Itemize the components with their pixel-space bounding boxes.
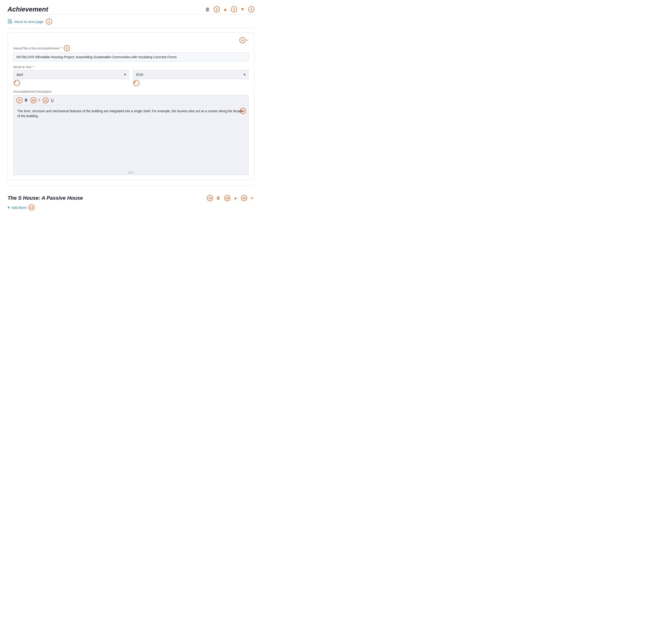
badge-second-up: 15 (224, 195, 230, 201)
header-divider (7, 15, 254, 15)
resize-lines (128, 172, 134, 173)
second-divider (7, 185, 254, 186)
underline-button[interactable]: U (50, 97, 55, 104)
move-to-next-page-label: Move to next page (15, 20, 43, 24)
description-text: The form, structure and mechanical featu… (17, 109, 243, 118)
add-more-label: Add More (12, 206, 27, 209)
month-col: January February March April May June Ju… (13, 70, 129, 86)
second-plus-button[interactable]: + (250, 194, 254, 202)
badge-second-delete: 14 (207, 195, 213, 201)
second-entry-title: The S House: A Passive House (7, 195, 83, 201)
second-entry-actions: 14 🗑 15 ▲ 16 + (206, 194, 254, 202)
section-header: Achievement 🗑 2 ▲ 3 ▼ 4 (7, 6, 254, 13)
bold-button[interactable]: B (23, 97, 29, 104)
move-up-button[interactable]: ▲ (222, 6, 228, 13)
chevron-down-icon: ▼ (241, 7, 245, 12)
editor-toolbar: 9 B 10 I 11 U (14, 95, 248, 106)
badge-italic: 10 (30, 97, 37, 104)
second-entry: The S House: A Passive House 14 🗑 15 ▲ 1… (7, 191, 254, 210)
year-select[interactable]: 2017 2018 2019 2020 2021 2022 2023 2024 (133, 70, 249, 79)
italic-button[interactable]: I (38, 97, 41, 104)
editor-resize-handle[interactable] (14, 171, 248, 175)
month-select-wrapper: January February March April May June Ju… (13, 70, 129, 79)
second-trash-icon: 🗑 (216, 196, 221, 201)
delete-button[interactable]: 🗑 (204, 6, 211, 13)
badge-editor: 12 (240, 108, 246, 114)
month-year-required: * (33, 65, 34, 69)
badge-up: 3 (231, 6, 237, 13)
page-icon (7, 19, 13, 24)
year-col: 2017 2018 2019 2020 2021 2022 2023 2024 … (133, 70, 249, 86)
badge-down: 4 (248, 6, 254, 13)
editor-container: 9 B 10 I 11 U The form, structure and me… (13, 95, 249, 175)
badge-delete: 2 (214, 6, 220, 13)
move-to-next-page-link[interactable]: Move to next page (7, 19, 43, 24)
header-actions: 🗑 2 ▲ 3 ▼ 4 (204, 6, 254, 13)
second-up-button[interactable]: ▲ (233, 195, 238, 201)
month-year-row: January February March April May June Ju… (13, 70, 249, 86)
badge-underline: 11 (43, 97, 49, 104)
move-down-button[interactable]: ▼ (240, 6, 246, 13)
name-label: Name/Title of the Accomplishment * 5 (13, 45, 249, 51)
badge-month: 7 (14, 80, 20, 86)
editor-content[interactable]: The form, structure and mechanical featu… (14, 106, 248, 171)
second-delete-button[interactable]: 🗑 (215, 195, 222, 202)
trash-icon: 🗑 (205, 7, 210, 12)
resize-line-1 (128, 172, 134, 172)
badge-add-more: 13 (28, 204, 35, 210)
second-entry-header: The S House: A Passive House 14 🗑 15 ▲ 1… (7, 194, 254, 202)
badge-move: 1 (46, 19, 52, 25)
badge-name: 5 (64, 45, 70, 51)
second-up-icon: ▲ (234, 196, 237, 200)
name-input[interactable] (13, 53, 249, 62)
month-year-label: Month & Year * (13, 65, 249, 69)
collapse-button[interactable]: − (246, 37, 249, 43)
badge-year: 8 (133, 80, 139, 86)
chevron-up-icon: ▲ (223, 7, 227, 12)
name-required: * (61, 47, 62, 50)
month-select[interactable]: January February March April May June Ju… (13, 70, 129, 79)
content-card: 6 − Name/Title of the Accomplishment * 5… (7, 32, 254, 180)
section-title: Achievement (7, 6, 48, 13)
add-more-plus-icon: + (7, 205, 10, 210)
move-bar: Move to next page 1 (7, 16, 254, 27)
add-more-link[interactable]: + Add More 13 (7, 204, 254, 210)
badge-collapse: 6 (240, 37, 246, 43)
year-select-wrapper: 2017 2018 2019 2020 2021 2022 2023 2024 … (133, 70, 249, 79)
card-actions-top: 6 − (13, 37, 249, 43)
description-label: Accomplishment Description (13, 90, 249, 93)
badge-second-plus: 16 (241, 195, 247, 201)
badge-bold: 9 (16, 97, 22, 104)
second-plus-icon: + (250, 195, 253, 201)
resize-line-2 (128, 173, 134, 173)
